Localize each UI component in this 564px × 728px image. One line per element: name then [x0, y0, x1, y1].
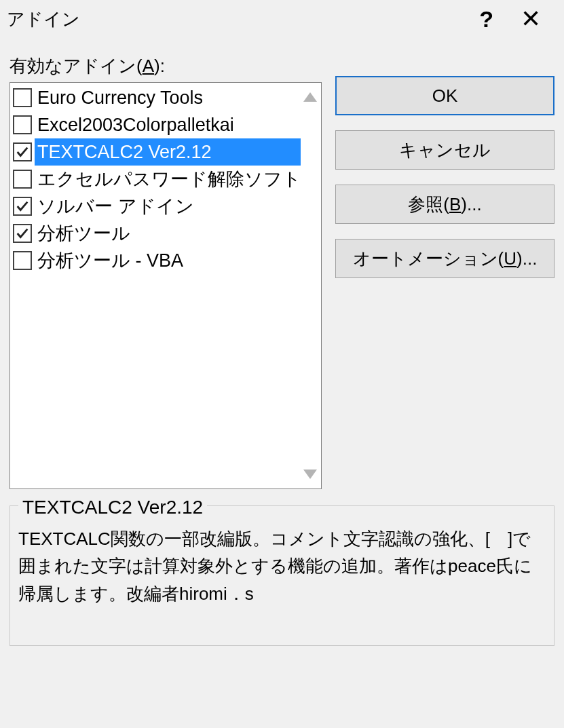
list-item-label: Euro Currency Tools [35, 84, 203, 111]
checkbox[interactable] [13, 142, 32, 161]
list-item[interactable]: 分析ツール [10, 220, 301, 247]
list-item-label: Excel2003Colorpalletkai [35, 111, 234, 138]
list-item[interactable]: ソルバー アドイン [10, 193, 301, 220]
list-item[interactable]: エクセルパスワード解除ソフト [10, 166, 301, 193]
list-item[interactable]: TEXTCALC2 Ver2.12 [10, 138, 301, 166]
list-item-label: 分析ツール - VBA [35, 247, 183, 274]
close-icon[interactable]: ✕ [521, 5, 541, 33]
scrollbar[interactable] [301, 84, 320, 487]
list-item[interactable]: Excel2003Colorpalletkai [10, 111, 301, 138]
dialog-body: 有効なアドイン(A): Euro Currency ToolsExcel2003… [0, 38, 564, 646]
checkbox[interactable] [13, 115, 32, 134]
list-item[interactable]: 分析ツール - VBA [10, 247, 301, 274]
help-icon[interactable]: ? [479, 6, 493, 33]
description-body: TEXTCALC関数の一部改編版。コメント文字認識の強化、[ ]で囲まれた文字は… [18, 525, 546, 607]
checkbox[interactable] [13, 170, 32, 189]
title-bar: アドイン ? ✕ [0, 0, 564, 38]
list-item-label: 分析ツール [35, 220, 130, 247]
window-controls: ? ✕ [479, 5, 541, 33]
automation-button[interactable]: オートメーション(U)... [335, 239, 554, 278]
browse-button[interactable]: 参照(B)... [335, 185, 554, 224]
checkbox[interactable] [13, 88, 32, 107]
list-item-label: TEXTCALC2 Ver2.12 [35, 138, 301, 166]
description-legend: TEXTCALC2 Ver2.12 [18, 493, 207, 522]
scroll-down-icon[interactable] [303, 470, 317, 479]
available-addins-label: 有効なアドイン(A): [10, 54, 322, 78]
list-item[interactable]: Euro Currency Tools [10, 84, 301, 111]
ok-button[interactable]: OK [335, 76, 554, 115]
cancel-button[interactable]: キャンセル [335, 130, 554, 170]
list-item-label: ソルバー アドイン [35, 193, 194, 220]
description-group: TEXTCALC2 Ver2.12 TEXTCALC関数の一部改編版。コメント文… [10, 505, 554, 646]
checkbox[interactable] [13, 251, 32, 270]
checkbox[interactable] [13, 197, 32, 216]
addins-listbox[interactable]: Euro Currency ToolsExcel2003Colorpalletk… [10, 82, 322, 489]
checkbox[interactable] [13, 224, 32, 243]
scroll-up-icon[interactable] [303, 92, 317, 102]
list-item-label: エクセルパスワード解除ソフト [35, 166, 301, 193]
dialog-title: アドイン [7, 7, 80, 31]
